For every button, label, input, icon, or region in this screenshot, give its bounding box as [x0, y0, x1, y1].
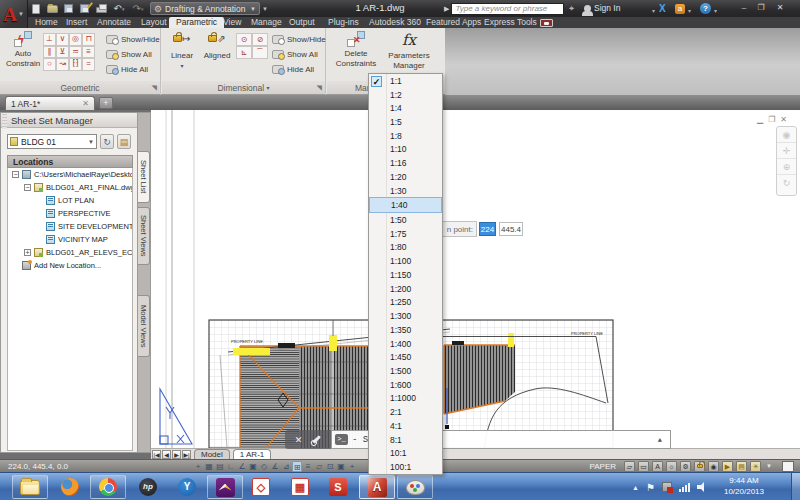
expand-icon[interactable]: +	[24, 249, 31, 256]
last-layout-icon[interactable]: ▶|	[182, 450, 191, 459]
annotation-scale-button[interactable]: A	[652, 461, 663, 472]
recent-commands-icon[interactable]: ▲	[658, 436, 662, 444]
scale-option-1-1000[interactable]: 1:1000	[369, 392, 442, 406]
delete-constraints-button[interactable]: ✕ Delete Constraints	[334, 31, 378, 69]
transparency-toggle[interactable]: ▱	[314, 461, 324, 472]
scale-option-4-1[interactable]: 4:1	[369, 419, 442, 433]
tree-item-lot-plan[interactable]: LOT PLAN	[8, 194, 132, 207]
constraint-smooth-button[interactable]: ↝	[56, 58, 69, 71]
tab-parametric[interactable]: Parametric	[169, 17, 224, 28]
grid-toggle[interactable]: ▤	[215, 461, 225, 472]
next-layout-icon[interactable]: ▶	[172, 450, 181, 459]
constraint-vertical-button[interactable]: ≡	[82, 46, 95, 59]
scale-option-1-4[interactable]: 1:4	[369, 101, 442, 115]
taskbar-clock[interactable]: 9:44 AM 10/20/2013	[716, 475, 772, 497]
paper-space-button[interactable]: PAPER	[590, 462, 617, 471]
tree-item-add-new-location[interactable]: Add New Location...	[8, 259, 132, 272]
tab-sheet-list[interactable]: Sheet List	[138, 151, 150, 203]
tab-view[interactable]: View	[223, 17, 241, 28]
dimensional-hide-all-button[interactable]: Hide All	[272, 62, 326, 77]
taskbar-firefox-button[interactable]	[52, 475, 88, 499]
volume-icon[interactable]	[697, 482, 708, 492]
constraint-tangent-button[interactable]: ○	[43, 58, 56, 71]
constraint-concentric-button[interactable]: ◎	[69, 33, 82, 46]
search-icon[interactable]: ⌖	[569, 3, 574, 14]
clean-screen-button[interactable]	[782, 461, 794, 472]
comm-dropdown-icon[interactable]: ▾	[688, 7, 691, 14]
scale-option-1-1[interactable]: 1:1 ✓	[369, 74, 442, 88]
undo-button[interactable]: ↶▾	[111, 2, 127, 15]
tree-item-perspective[interactable]: PERSPECTIVE	[8, 207, 132, 220]
snap-toggle[interactable]: ▦	[204, 461, 214, 472]
doc-close-icon[interactable]: ✕	[780, 115, 787, 124]
constraint-fix-button[interactable]: ⊓	[82, 33, 95, 46]
ducs-toggle[interactable]: ⊿	[281, 461, 291, 472]
aligned-dimension-button[interactable]: ⇗ Aligned	[200, 31, 234, 61]
prev-layout-icon[interactable]: ◀	[162, 450, 171, 459]
scale-option-100-1[interactable]: 100:1	[369, 460, 442, 474]
constraint-horizontal-button[interactable]: ≂	[69, 46, 82, 59]
taskbar-explorer-button[interactable]	[12, 475, 48, 499]
help-button[interactable]: ?	[700, 3, 711, 14]
doc-minimize-icon[interactable]: ▁	[757, 115, 763, 124]
search-input[interactable]: Type a keyword or phrase	[451, 3, 564, 15]
tab-plugins[interactable]: Plug-ins	[328, 17, 359, 28]
search-expand-icon[interactable]: ▶	[444, 5, 449, 13]
annotation-visibility-button[interactable]: ☼	[666, 461, 677, 472]
tree-item-vicinity-map[interactable]: VICINITY MAP	[8, 233, 132, 246]
dimensional-panel-title[interactable]: Dimensional ▾	[162, 81, 325, 94]
linear-dimension-button[interactable]: ↦ Linear ▾	[167, 31, 197, 71]
command-line-bar[interactable]: ✕ >_ - Specify ▲	[285, 430, 671, 449]
tab-output[interactable]: Output	[289, 17, 315, 28]
taskbar-sketchup-model-button[interactable]: ◇	[243, 475, 279, 499]
tray-expand-icon[interactable]: ▲	[632, 484, 639, 491]
navigation-bar[interactable]: ◉ ✛ ⊕ ↻	[776, 126, 797, 196]
tree-item-desktop-path[interactable]: − C:\Users\MichaelRaye\Deskto	[8, 168, 132, 181]
navigation-wheel-icon[interactable]: ◉	[777, 127, 796, 143]
constraint-symmetric-button[interactable]: ⁅⁆	[69, 58, 82, 71]
tab-express-tools[interactable]: Express Tools	[484, 17, 537, 28]
tab-manage[interactable]: Manage	[251, 17, 282, 28]
quick-view-layouts-button[interactable]: ▱	[624, 461, 635, 472]
dimensional-dialog-launcher-icon[interactable]: ◥	[317, 84, 322, 92]
dynamic-input-x-field[interactable]: 224	[479, 222, 496, 236]
3dosnap-toggle[interactable]: ◇	[259, 461, 269, 472]
hardware-accel-button[interactable]: ◉	[708, 461, 719, 472]
command-close-icon[interactable]: ✕	[295, 435, 303, 445]
scale-option-1-5[interactable]: 1:5	[369, 115, 442, 129]
tab-autodesk360[interactable]: Autodesk 360	[369, 17, 421, 28]
radius-dimension-button[interactable]: ⊙	[236, 33, 252, 46]
redo-button[interactable]: ↷▾	[130, 2, 146, 15]
taskbar-hp-button[interactable]: hp	[130, 475, 166, 499]
pan-hand-icon[interactable]: ✛	[777, 143, 796, 159]
constraint-coincident-button[interactable]: ⊥	[43, 33, 56, 46]
exchange-apps-icon[interactable]: X	[659, 3, 670, 14]
workspace-gear-button[interactable]: ⚙	[680, 461, 691, 472]
action-center-flag-icon[interactable]: ⚑	[646, 482, 655, 493]
tab-layout[interactable]: Layout	[141, 17, 167, 28]
scale-option-1-200[interactable]: 1:200	[369, 282, 442, 296]
dimensional-show-all-button[interactable]: Show All	[272, 47, 326, 62]
file-tab-1ar1[interactable]: 1 AR-1* ✕	[5, 96, 95, 110]
taskbar-sketchup-button[interactable]: S	[320, 475, 356, 499]
workspace-switcher[interactable]: ⚙ Drafting & Annotation ▼	[150, 2, 260, 15]
close-button[interactable]: ✕	[771, 3, 789, 14]
scale-option-1-500[interactable]: 1:500	[369, 364, 442, 378]
scale-option-1-10[interactable]: 1:10	[369, 143, 442, 157]
tray-plot-icon[interactable]: ▶	[722, 461, 733, 472]
tab-model[interactable]: Model	[194, 449, 230, 460]
new-sheet-button[interactable]: ▤	[117, 134, 131, 149]
quick-properties-toggle[interactable]: ⊡	[325, 461, 335, 472]
drawing-canvas[interactable]: PROPERTY LINE PROPERTY LINE	[151, 110, 800, 448]
palette-title[interactable]: Sheet Set Manager	[1, 113, 137, 128]
qat-menu-button[interactable]: ▼	[262, 6, 268, 12]
plot-button[interactable]	[95, 2, 107, 15]
refresh-sheet-set-button[interactable]: ↻	[100, 134, 114, 149]
scale-option-1-16[interactable]: 1:16	[369, 156, 442, 170]
diameter-dimension-button[interactable]: ⊘	[252, 33, 268, 46]
taskbar-autocad-button[interactable]: A	[359, 475, 395, 499]
dimensional-show-hide-button[interactable]: Show/Hide	[272, 32, 326, 47]
new-file-button[interactable]	[30, 2, 42, 15]
polar-toggle[interactable]: ∠	[237, 461, 247, 472]
scale-option-1-50[interactable]: 1:50	[369, 213, 442, 227]
